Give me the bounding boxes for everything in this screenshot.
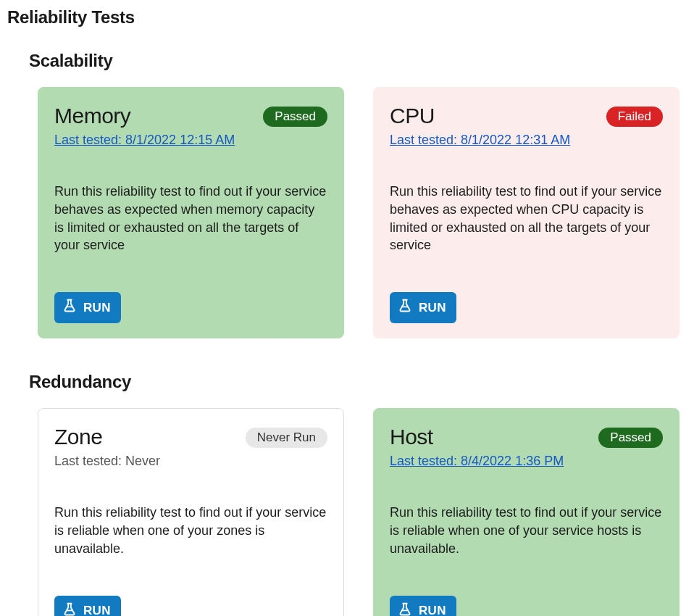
- run-button-label: RUN: [83, 604, 111, 616]
- card-description: Run this reliability test to find out if…: [54, 183, 327, 254]
- last-tested-link[interactable]: Last tested: 8/1/2022 12:31 AM: [390, 133, 663, 148]
- card-title: Memory: [54, 104, 130, 128]
- test-section: Scalability Memory Passed Last tested: 8…: [7, 51, 687, 338]
- run-button-label: RUN: [419, 604, 446, 616]
- last-tested-link[interactable]: Last tested: 8/1/2022 12:15 AM: [54, 133, 327, 148]
- card-description: Run this reliability test to find out if…: [390, 504, 663, 557]
- run-button-label: RUN: [83, 301, 111, 315]
- test-card: Memory Passed Last tested: 8/1/2022 12:1…: [38, 87, 344, 338]
- card-title: CPU: [390, 104, 435, 128]
- section-title: Redundancy: [29, 372, 687, 392]
- card-header: CPU Failed: [390, 104, 663, 128]
- card-description: Run this reliability test to find out if…: [54, 504, 327, 557]
- flask-icon: [397, 298, 413, 317]
- last-tested-link[interactable]: Last tested: 8/4/2022 1:36 PM: [390, 454, 663, 469]
- card-description: Run this reliability test to find out if…: [390, 183, 663, 254]
- card-footer: RUN: [54, 596, 327, 616]
- last-tested-text: Last tested: Never: [54, 454, 327, 469]
- card-header: Memory Passed: [54, 104, 327, 128]
- card-grid: Memory Passed Last tested: 8/1/2022 12:1…: [29, 87, 687, 338]
- test-card: Zone Never Run Last tested: Never Run th…: [38, 408, 344, 616]
- flask-icon: [397, 602, 413, 616]
- flask-icon: [62, 602, 78, 616]
- status-badge: Failed: [606, 107, 663, 127]
- card-footer: RUN: [390, 596, 663, 616]
- card-header: Zone Never Run: [54, 425, 327, 449]
- run-button[interactable]: RUN: [54, 596, 121, 616]
- card-footer: RUN: [54, 292, 327, 323]
- flask-icon: [62, 298, 78, 317]
- test-card: CPU Failed Last tested: 8/1/2022 12:31 A…: [373, 87, 680, 338]
- card-grid: Zone Never Run Last tested: Never Run th…: [29, 408, 687, 616]
- run-button[interactable]: RUN: [390, 292, 456, 323]
- status-badge: Passed: [263, 107, 327, 127]
- run-button[interactable]: RUN: [390, 596, 456, 616]
- page-title: Reliability Tests: [7, 7, 687, 28]
- card-header: Host Passed: [390, 425, 663, 449]
- test-card: Host Passed Last tested: 8/4/2022 1:36 P…: [373, 408, 680, 616]
- status-badge: Passed: [598, 428, 663, 448]
- test-section: Redundancy Zone Never Run Last tested: N…: [7, 372, 687, 616]
- status-badge: Never Run: [246, 428, 327, 448]
- card-title: Zone: [54, 425, 102, 449]
- section-title: Scalability: [29, 51, 687, 71]
- card-footer: RUN: [390, 292, 663, 323]
- card-title: Host: [390, 425, 433, 449]
- run-button-label: RUN: [419, 301, 446, 315]
- run-button[interactable]: RUN: [54, 292, 121, 323]
